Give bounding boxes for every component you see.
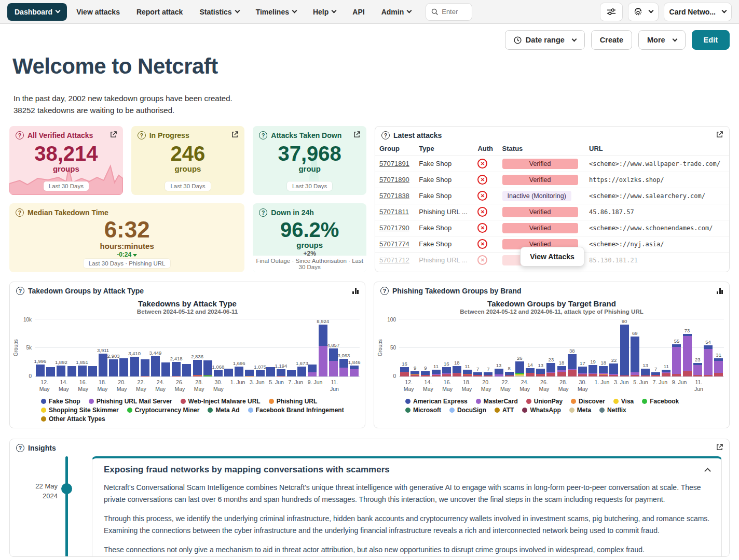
filters-button[interactable] — [600, 3, 623, 21]
bar[interactable]: 19 — [589, 365, 597, 376]
bar[interactable]: 2,903 — [109, 359, 118, 376]
bar[interactable]: 1,673 — [297, 367, 306, 376]
bar[interactable]: 11 — [432, 370, 441, 376]
date-range-button[interactable]: Date range — [505, 30, 585, 50]
nav-statistics[interactable]: Statistics — [192, 4, 246, 20]
bar[interactable]: 90 — [620, 325, 629, 376]
bar[interactable]: 14 — [526, 368, 535, 376]
group-link[interactable]: 57071890 — [379, 176, 409, 184]
legend-item[interactable]: Microsoft — [405, 407, 441, 414]
legend-item[interactable]: Meta Ad — [208, 407, 239, 414]
external-link-icon[interactable] — [353, 131, 360, 139]
bar[interactable] — [88, 366, 97, 376]
bar[interactable]: 7 — [473, 372, 482, 376]
legend-item[interactable]: ATT — [495, 407, 514, 414]
external-link-icon[interactable] — [716, 131, 723, 139]
help-icon[interactable]: ? — [380, 287, 389, 295]
bar[interactable]: 8 — [505, 372, 514, 376]
column-header[interactable]: Auth — [473, 143, 498, 156]
bar[interactable]: 3,410 — [130, 357, 139, 376]
bar[interactable] — [224, 369, 233, 376]
bar[interactable]: 73 — [683, 334, 692, 376]
bar[interactable]: 18 — [453, 366, 461, 376]
bar[interactable]: 4,857 — [329, 348, 338, 376]
bar[interactable]: 2,836 — [193, 360, 202, 376]
card-attacks-taken-down[interactable]: ? Attacks Taken Down 37,968 group Last 3… — [253, 126, 366, 195]
bar[interactable]: 55 — [672, 344, 681, 376]
help-icon[interactable]: ? — [16, 208, 24, 217]
bar[interactable]: 1,892 — [57, 366, 65, 376]
nav-view-attacks[interactable]: View attacks — [69, 4, 127, 20]
help-icon[interactable]: ? — [16, 131, 24, 139]
legend-item[interactable]: MasterCard — [476, 398, 518, 405]
nav-dashboard[interactable]: Dashboard — [7, 3, 67, 21]
bar[interactable]: 13 — [495, 369, 503, 376]
settings-button[interactable] — [628, 3, 659, 21]
legend-item[interactable]: Facebook Brand Infringement — [248, 407, 344, 414]
legend-item[interactable]: Phishing URL — [269, 398, 318, 405]
external-link-icon[interactable] — [110, 131, 117, 139]
bar[interactable]: 2,418 — [172, 362, 181, 376]
bar[interactable]: 16 — [442, 367, 451, 376]
legend-item[interactable]: American Express — [405, 398, 468, 405]
bar[interactable]: 1,851 — [78, 366, 87, 376]
bar[interactable]: 1,068 — [214, 370, 223, 376]
card-delta[interactable]: -0:24 — [16, 251, 238, 258]
bar[interactable] — [182, 364, 191, 376]
column-header[interactable]: Type — [415, 143, 473, 156]
card-down-in-24h[interactable]: ? Down in 24h 96.2% groups +2% Final Out… — [253, 203, 366, 272]
legend-item[interactable]: Netflix — [599, 407, 626, 414]
bar-chart-icon[interactable] — [717, 288, 723, 294]
bar[interactable]: 26 — [515, 361, 524, 376]
legend-item[interactable]: Cryptocurrency Miner — [127, 407, 200, 414]
bar[interactable]: 11 — [463, 370, 472, 376]
group-link[interactable]: 57071790 — [379, 224, 409, 232]
legend-item[interactable]: Other Attack Types — [41, 415, 105, 423]
bar[interactable]: 3,911 — [99, 354, 107, 376]
card-median-takedown-time[interactable]: ? Median Takedown Time 6:32 hours:minute… — [9, 203, 244, 272]
legend-item[interactable]: Facebook — [642, 398, 679, 405]
account-switcher[interactable]: Card Netwo... — [664, 3, 732, 21]
bar[interactable]: 13 — [641, 369, 650, 376]
legend-item[interactable]: Meta — [569, 407, 591, 414]
external-link-icon[interactable] — [716, 444, 723, 452]
bar[interactable]: 22 — [609, 363, 618, 376]
bar[interactable]: 23 — [546, 363, 555, 376]
chevron-up-icon[interactable] — [704, 468, 711, 474]
external-link-icon[interactable] — [231, 131, 238, 139]
bar[interactable]: 18 — [599, 366, 608, 376]
legend-item[interactable]: Web-Inject Malware URL — [181, 398, 261, 405]
bar[interactable]: 8,924 — [319, 325, 327, 376]
bar[interactable]: 38 — [568, 354, 577, 376]
bar[interactable]: 3,449 — [151, 356, 160, 376]
legend-item[interactable]: UnionPay — [526, 398, 563, 405]
legend-item[interactable]: Visa — [613, 398, 634, 405]
nav-api[interactable]: API — [345, 4, 372, 20]
help-icon[interactable]: ? — [16, 444, 24, 452]
edit-button[interactable]: Edit — [692, 30, 730, 50]
bar[interactable] — [203, 360, 212, 376]
bar[interactable] — [287, 370, 296, 376]
bar[interactable]: 31 — [714, 358, 723, 376]
bar[interactable]: 23 — [693, 363, 702, 376]
column-header[interactable]: URL — [585, 143, 729, 156]
bar[interactable] — [67, 366, 76, 376]
group-link[interactable]: 57071774 — [379, 240, 409, 248]
bar[interactable]: 16 — [400, 367, 409, 376]
bar[interactable] — [308, 365, 317, 376]
group-link[interactable]: 57071811 — [379, 208, 409, 216]
search-input[interactable] — [442, 8, 467, 16]
bar[interactable]: 9 — [421, 371, 430, 376]
bar[interactable]: 13 — [536, 369, 545, 376]
bar-plot[interactable]: 1699111618117713826141323183817191822906… — [399, 319, 724, 377]
help-icon[interactable]: ? — [259, 208, 267, 217]
legend-item[interactable]: Discover — [571, 398, 605, 405]
nav-help[interactable]: Help — [306, 4, 343, 20]
bar[interactable]: 3,063 — [339, 359, 348, 376]
bar-chart-icon[interactable] — [352, 288, 359, 294]
bar[interactable]: 54 — [704, 345, 713, 376]
group-link[interactable]: 57071891 — [379, 160, 409, 167]
legend-item[interactable]: DocuSign — [449, 407, 486, 414]
search-box[interactable] — [426, 3, 472, 21]
help-icon[interactable]: ? — [381, 131, 390, 139]
